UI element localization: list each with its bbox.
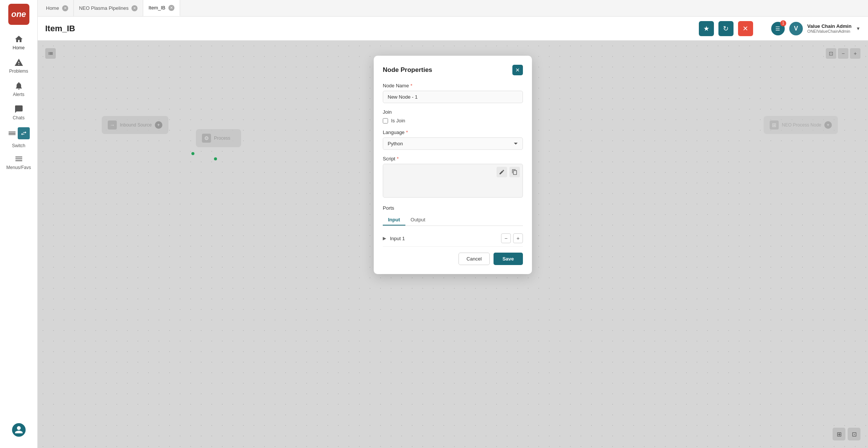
required-star-name: * [410, 83, 412, 88]
is-join-row: Is Join [383, 118, 523, 123]
ports-section: Ports Input Output ▶ Input 1 − + [383, 205, 523, 247]
star-button[interactable]: ★ [699, 21, 714, 36]
sidebar-label-alerts: Alerts [13, 92, 24, 97]
sidebar-item-alerts[interactable]: Alerts [0, 78, 37, 101]
language-group: Language * Python JavaScript R SQL [383, 130, 523, 150]
person-icon [14, 425, 23, 434]
refresh-icon: ↻ [723, 24, 729, 33]
dialog-title: Node Properties [383, 66, 432, 74]
sidebar-item-switch[interactable] [0, 124, 37, 142]
user-name: Value Chain Admin [807, 23, 851, 29]
tab-item-ib-label: Item_IB [148, 5, 165, 11]
modal-overlay: Node Properties ✕ Node Name * Join [38, 41, 868, 448]
required-star-lang: * [406, 130, 408, 135]
port-chevron[interactable]: ▶ [383, 236, 386, 241]
join-section-label: Join [383, 109, 523, 115]
user-role: ONEIValueChainAdmin [807, 29, 851, 34]
node-name-group: Node Name * [383, 83, 523, 103]
is-join-label: Is Join [391, 118, 405, 123]
sidebar-label-home: Home [12, 45, 24, 50]
tab-bar: Home ✕ NEO Plasma Pipelines ✕ Item_IB ✕ [38, 0, 868, 17]
node-name-label: Node Name * [383, 83, 523, 88]
switch-icon [18, 127, 30, 139]
switch-arrows-icon [20, 130, 27, 137]
save-button[interactable]: Save [494, 253, 523, 265]
user-dropdown-arrow[interactable]: ▼ [856, 26, 860, 31]
sidebar-label-chats: Chats [13, 115, 24, 120]
required-star-script: * [397, 156, 399, 162]
canvas-area[interactable]: ⊡ − + → Inbound Source + ⚙ Process ⊞ NEO… [38, 41, 868, 448]
layers-icon [8, 129, 16, 137]
dialog-close-button[interactable]: ✕ [512, 65, 523, 75]
port-tab-input[interactable]: Input [383, 215, 405, 226]
close-pipeline-button[interactable]: ✕ [738, 21, 753, 36]
port-add-button[interactable]: + [513, 233, 523, 243]
app-logo[interactable]: one [8, 4, 29, 25]
language-label: Language * [383, 130, 523, 135]
sidebar-label-menus: Menus/Favs [6, 165, 31, 170]
menu-icon [14, 154, 23, 163]
sidebar-avatar[interactable] [10, 419, 28, 440]
language-select[interactable]: Python JavaScript R SQL [383, 137, 523, 150]
node-name-input[interactable] [383, 91, 523, 103]
tab-home[interactable]: Home ✕ [41, 0, 74, 16]
node-properties-dialog: Node Properties ✕ Node Name * Join [374, 56, 532, 274]
warning-icon [14, 58, 23, 67]
cancel-button[interactable]: Cancel [458, 253, 489, 265]
script-area [383, 164, 523, 199]
sidebar-item-chats[interactable]: Chats [0, 101, 37, 124]
tab-neo-label: NEO Plasma Pipelines [79, 5, 129, 11]
chat-icon [14, 105, 23, 114]
logo-text: one [11, 9, 26, 19]
home-icon [14, 35, 23, 44]
tab-home-close[interactable]: ✕ [62, 5, 68, 11]
port-tab-output[interactable]: Output [405, 215, 431, 226]
sidebar-label-problems: Problems [9, 69, 28, 74]
user-avatar[interactable]: V [789, 22, 803, 35]
ports-tabs: Input Output [383, 215, 523, 226]
pencil-icon [499, 169, 505, 175]
notification-badge: 1 [780, 20, 786, 26]
dialog-footer: Cancel Save [383, 253, 523, 265]
sidebar-label-switch: Switch [12, 143, 25, 148]
port-name: Input 1 [390, 236, 499, 241]
bell-icon [14, 81, 23, 90]
menu-button[interactable]: ☰ 1 [771, 22, 785, 35]
copy-icon [512, 169, 518, 175]
dialog-header: Node Properties ✕ [383, 65, 523, 75]
sidebar: one Home Problems Alerts Chats [0, 0, 38, 448]
port-remove-button[interactable]: − [501, 233, 511, 243]
dialog-close-icon: ✕ [515, 67, 520, 73]
script-label: Script * [383, 156, 523, 162]
sidebar-item-home[interactable]: Home [0, 31, 37, 54]
port-row-input1: ▶ Input 1 − + [383, 230, 523, 247]
script-icons [497, 167, 520, 177]
join-group: Join Is Join [383, 109, 523, 123]
page-title: Item_IB [45, 24, 694, 34]
hamburger-icon: ☰ [775, 26, 780, 32]
tab-item-ib[interactable]: Item_IB ✕ [143, 0, 180, 16]
is-join-checkbox[interactable] [383, 118, 388, 123]
sidebar-item-problems[interactable]: Problems [0, 54, 37, 78]
user-avatar-small [12, 423, 26, 437]
user-info: Value Chain Admin ONEIValueChainAdmin [807, 23, 851, 34]
avatar-letter: V [794, 25, 798, 32]
tab-home-label: Home [46, 5, 59, 11]
script-group: Script * [383, 156, 523, 199]
tab-neo[interactable]: NEO Plasma Pipelines ✕ [74, 0, 144, 16]
main-area: Home ✕ NEO Plasma Pipelines ✕ Item_IB ✕ … [38, 0, 868, 448]
script-copy-button[interactable] [509, 167, 520, 177]
star-icon: ★ [703, 24, 709, 33]
tab-item-ib-close[interactable]: ✕ [168, 5, 174, 11]
refresh-button[interactable]: ↻ [718, 21, 734, 36]
script-edit-button[interactable] [497, 167, 507, 177]
sidebar-item-menus[interactable]: Menus/Favs [0, 151, 37, 174]
close-icon: ✕ [743, 24, 748, 33]
ports-label: Ports [383, 205, 523, 211]
header: Item_IB ★ ↻ ✕ ☰ 1 V Value Chain Admin ON… [38, 17, 868, 41]
tab-neo-close[interactable]: ✕ [131, 5, 138, 11]
